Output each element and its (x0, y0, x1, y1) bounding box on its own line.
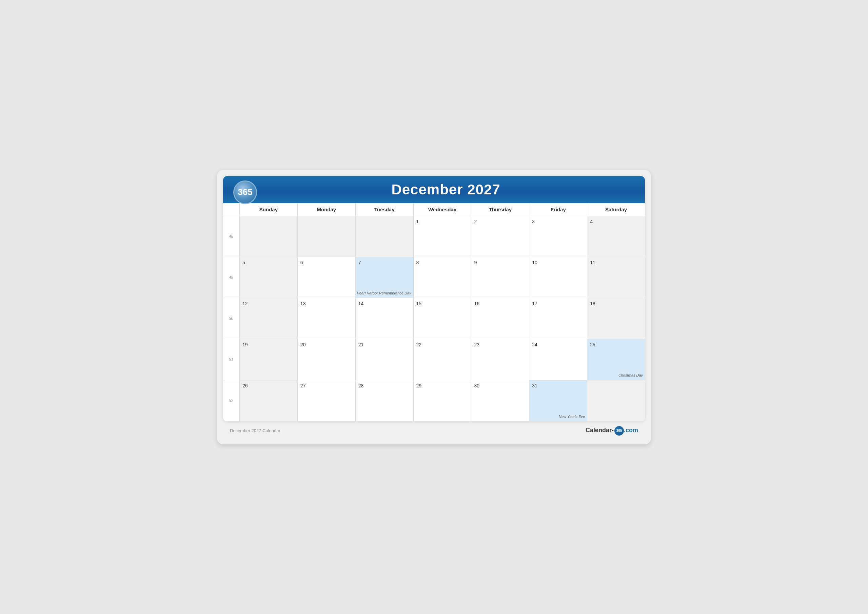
day-number: 9 (474, 260, 526, 265)
day-cell-1[interactable]: 1 (413, 216, 471, 257)
day-number: 7 (358, 260, 411, 265)
day-cell-28[interactable]: 28 (355, 380, 413, 421)
day-cell-10[interactable]: 10 (529, 257, 587, 298)
event-label: Pearl Harbor Remembrance Day (357, 291, 411, 295)
calendar-row-3: 5012131415161718 (223, 298, 645, 339)
week-num-header (223, 203, 239, 216)
calendar-row-2: 49567Pearl Harbor Remembrance Day891011 (223, 257, 645, 298)
day-cell-8[interactable]: 8 (413, 257, 471, 298)
calendar-row-4: 5119202122232425Christmas Day (223, 339, 645, 380)
day-number: 14 (358, 301, 411, 306)
calendar-grid: 48123449567Pearl Harbor Remembrance Day8… (223, 216, 645, 421)
day-number: 4 (590, 219, 642, 224)
day-header-saturday: Saturday (587, 203, 645, 216)
day-number: 6 (301, 260, 353, 265)
week-number-50: 50 (223, 298, 239, 339)
brand-calendar: Calendar- (586, 426, 614, 433)
day-cell-31[interactable]: 31New Year's Eve (529, 380, 587, 421)
day-number: 17 (532, 301, 584, 306)
day-cell-29[interactable]: 29 (413, 380, 471, 421)
day-cell-11[interactable]: 11 (587, 257, 645, 298)
day-number: 5 (242, 260, 294, 265)
day-number: 29 (416, 383, 468, 389)
day-number: 26 (242, 383, 294, 389)
day-cell-12[interactable]: 12 (239, 298, 298, 339)
day-cell-2[interactable]: 2 (471, 216, 529, 257)
day-number: 24 (532, 342, 584, 347)
calendar-row-1: 481234 (223, 216, 645, 257)
day-cell-empty-0-0[interactable] (239, 216, 298, 257)
day-cell-15[interactable]: 15 (413, 298, 471, 339)
day-number: 25 (590, 342, 642, 347)
day-header-friday: Friday (529, 203, 587, 216)
footer-brand: Calendar-365.com (586, 426, 638, 435)
logo: 365 (233, 180, 257, 204)
day-number: 22 (416, 342, 468, 347)
week-number-49: 49 (223, 257, 239, 298)
day-cell-16[interactable]: 16 (471, 298, 529, 339)
day-cell-6[interactable]: 6 (298, 257, 355, 298)
day-headers: Sunday Monday Tuesday Wednesday Thursday… (223, 203, 645, 216)
day-number: 8 (416, 260, 468, 265)
day-number: 3 (532, 219, 584, 224)
day-number: 13 (301, 301, 353, 306)
day-number: 15 (416, 301, 468, 306)
day-number: 30 (474, 383, 526, 389)
day-cell-empty-0-2[interactable] (355, 216, 413, 257)
day-cell-25[interactable]: 25Christmas Day (587, 339, 645, 380)
day-cell-27[interactable]: 27 (298, 380, 355, 421)
day-number: 23 (474, 342, 526, 347)
footer: December 2027 Calendar Calendar-365.com (223, 421, 645, 438)
footer-text: December 2027 Calendar (230, 428, 281, 433)
day-number: 11 (590, 260, 642, 265)
brand-circle: 365 (614, 426, 624, 435)
calendar-container: 365 December 2027 Sunday Monday Tuesday … (223, 176, 645, 421)
day-header-thursday: Thursday (471, 203, 529, 216)
week-number-48: 48 (223, 216, 239, 257)
event-label: Christmas Day (618, 373, 643, 377)
day-cell-22[interactable]: 22 (413, 339, 471, 380)
day-cell-5[interactable]: 5 (239, 257, 298, 298)
day-number: 10 (532, 260, 584, 265)
day-number: 2 (474, 219, 526, 224)
day-number: 28 (358, 383, 411, 389)
day-cell-14[interactable]: 14 (355, 298, 413, 339)
day-number: 31 (532, 383, 584, 389)
day-cell-24[interactable]: 24 (529, 339, 587, 380)
week-number-51: 51 (223, 339, 239, 380)
day-number: 19 (242, 342, 294, 347)
day-cell-17[interactable]: 17 (529, 298, 587, 339)
event-label: New Year's Eve (559, 415, 585, 419)
day-number: 1 (416, 219, 468, 224)
day-cell-30[interactable]: 30 (471, 380, 529, 421)
day-number: 16 (474, 301, 526, 306)
week-number-52: 52 (223, 380, 239, 421)
day-cell-19[interactable]: 19 (239, 339, 298, 380)
day-cell-20[interactable]: 20 (298, 339, 355, 380)
day-header-wednesday: Wednesday (413, 203, 471, 216)
day-number: 20 (301, 342, 353, 347)
day-cell-13[interactable]: 13 (298, 298, 355, 339)
page-wrapper: 365 December 2027 Sunday Monday Tuesday … (217, 170, 651, 445)
day-cell-23[interactable]: 23 (471, 339, 529, 380)
day-cell-4[interactable]: 4 (587, 216, 645, 257)
day-cell-7[interactable]: 7Pearl Harbor Remembrance Day (355, 257, 413, 298)
day-number: 18 (590, 301, 642, 306)
day-cell-empty-0-1[interactable] (298, 216, 355, 257)
day-cell-18[interactable]: 18 (587, 298, 645, 339)
day-cell-9[interactable]: 9 (471, 257, 529, 298)
day-number: 21 (358, 342, 411, 347)
day-header-sunday: Sunday (239, 203, 298, 216)
day-cell-3[interactable]: 3 (529, 216, 587, 257)
month-title: December 2027 (257, 182, 635, 198)
day-header-monday: Monday (298, 203, 355, 216)
logo-text: 365 (238, 187, 252, 197)
day-number: 27 (301, 383, 353, 389)
brand-dotcom: .com (624, 426, 638, 433)
day-cell-empty-4-6[interactable] (587, 380, 645, 421)
day-cell-26[interactable]: 26 (239, 380, 298, 421)
calendar-header: 365 December 2027 (223, 176, 645, 203)
calendar-row-5: 52262728293031New Year's Eve (223, 380, 645, 421)
day-cell-21[interactable]: 21 (355, 339, 413, 380)
day-number: 12 (242, 301, 294, 306)
